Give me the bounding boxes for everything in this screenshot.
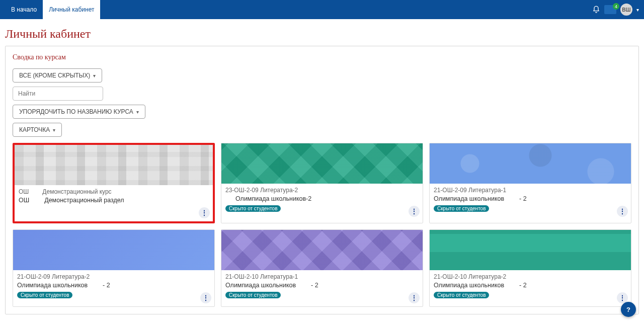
hidden-badge: Скрыто от студентов [225,205,281,212]
chevron-down-icon: ▾ [136,109,139,115]
course-body: 21-ОШ-2-10 Литература-1Олимпиада школьни… [221,270,423,306]
avatar[interactable]: ВШ [620,4,632,16]
course-hero [13,230,214,270]
course-name: Олимпиада школьников⠀⠀⠀- 2 [225,281,419,289]
notifications-icon[interactable] [592,6,600,14]
course-category: 21-ОШ-2-09 Литература-1 [434,187,627,194]
course-more-button[interactable]: ⋮ [199,207,210,218]
panel-title: Сводка по курсам [13,53,631,61]
filter-dropdown[interactable]: ВСЕ (КРОМЕ СКРЫТЫХ) ▾ [13,68,102,83]
course-name: Олимпиада школьников⠀⠀⠀- 2 [434,195,627,202]
course-card[interactable]: 21-ОШ-2-09 Литература-1Олимпиада школьни… [429,143,631,223]
search-input[interactable] [13,87,103,101]
course-hero [430,230,631,270]
course-hero [221,230,423,270]
hidden-badge: Скрыто от студентов [434,205,489,212]
course-card[interactable]: 21-ОШ-2-10 Литература-2Олимпиада школьни… [429,229,631,307]
course-card[interactable]: 23-ОШ-2-09 Литература-2⠀⠀Олимпиада школь… [221,143,423,223]
course-more-button[interactable]: ⋮ [200,292,211,303]
course-grid: ОШ⠀⠀⠀Демонстрационный курсОШ⠀⠀⠀Демонстра… [13,143,631,307]
page-title: Личный кабинет [5,27,639,41]
topbar-right: 4 ВШ ▾ [592,4,639,16]
hidden-badge: Скрыто от студентов [434,292,489,298]
course-card[interactable]: ОШ⠀⠀⠀Демонстрационный курсОШ⠀⠀⠀Демонстра… [13,143,215,223]
course-body: 21-ОШ-2-09 Литература-2Олимпиада школьни… [13,270,214,306]
course-body: ОШ⠀⠀⠀Демонстрационный курсОШ⠀⠀⠀Демонстра… [15,185,213,221]
course-more-button[interactable]: ⋮ [409,292,420,303]
course-more-button[interactable]: ⋮ [617,206,628,217]
course-body: 21-ОШ-2-09 Литература-1Олимпиада школьни… [430,184,631,220]
chevron-down-icon: ▾ [93,73,96,78]
course-category: ОШ⠀⠀⠀Демонстрационный курс [19,188,209,195]
course-overview-panel: Сводка по курсам ВСЕ (КРОМЕ СКРЫТЫХ) ▾ У… [5,46,639,314]
topbar-left: В начало Личный кабинет [5,0,100,19]
course-hero [430,143,631,184]
help-button[interactable]: ? [621,302,636,317]
page: Личный кабинет Сводка по курсам ВСЕ (КРО… [0,19,644,325]
course-name: Олимпиада школьников⠀⠀⠀- 2 [17,281,210,289]
messages-icon[interactable]: 4 [604,5,616,14]
course-name: ОШ⠀⠀⠀Демонстрационный раздел [19,196,209,204]
topbar: В начало Личный кабинет 4 ВШ ▾ [0,0,644,19]
filter-label: ВСЕ (КРОМЕ СКРЫТЫХ) [19,72,90,79]
hidden-badge: Скрыто от студентов [17,292,72,298]
course-name: Олимпиада школьников⠀⠀⠀- 2 [434,281,627,289]
course-card[interactable]: 21-ОШ-2-10 Литература-1Олимпиада школьни… [221,229,423,307]
course-body: 21-ОШ-2-10 Литература-2Олимпиада школьни… [430,270,631,306]
course-card[interactable]: 21-ОШ-2-09 Литература-2Олимпиада школьни… [13,229,215,307]
course-more-button[interactable]: ⋮ [409,206,420,217]
view-label: КАРТОЧКА [19,126,50,133]
course-hero [15,145,213,185]
messages-badge: 4 [613,3,619,10]
sort-label: УПОРЯДОЧИТЬ ПО НАЗВАНИЮ КУРСА [19,108,133,115]
course-category: 21-ОШ-2-09 Литература-2 [17,273,210,280]
sort-dropdown[interactable]: УПОРЯДОЧИТЬ ПО НАЗВАНИЮ КУРСА ▾ [13,105,145,119]
course-category: 23-ОШ-2-09 Литература-2 [225,187,419,194]
view-dropdown[interactable]: КАРТОЧКА ▾ [13,123,62,137]
hidden-badge: Скрыто от студентов [225,292,281,298]
nav-dashboard[interactable]: Личный кабинет [43,0,100,19]
course-name: ⠀⠀Олимпиада школьников-2 [225,195,419,202]
course-category: 21-ОШ-2-10 Литература-2 [434,273,627,280]
user-menu-chevron-icon[interactable]: ▾ [636,7,639,13]
course-body: 23-ОШ-2-09 Литература-2⠀⠀Олимпиада школь… [221,184,423,220]
chevron-down-icon: ▾ [53,127,55,133]
course-hero [221,143,423,184]
nav-home[interactable]: В начало [5,0,43,19]
course-category: 21-ОШ-2-10 Литература-1 [225,273,419,280]
